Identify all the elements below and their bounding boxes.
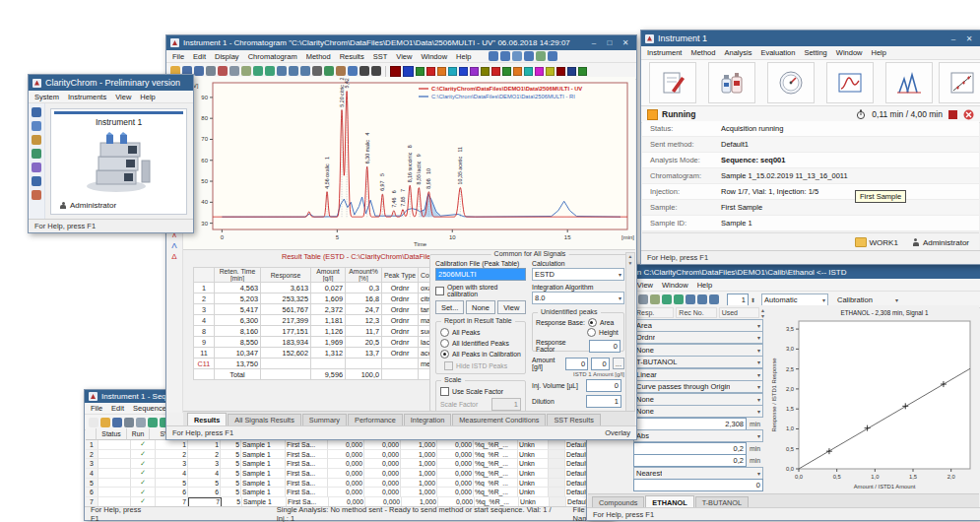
run-checkbox[interactable]: ✓ [131, 440, 156, 450]
zoom-out-icon[interactable] [697, 294, 707, 304]
sequence-row[interactable]: 3✓335Sample 1First Sa...0,0000,0001,0000… [86, 459, 611, 469]
area-radio[interactable] [588, 318, 597, 327]
instrument-titlebar[interactable]: Instrument 1 – ✕ [641, 31, 980, 46]
chromatogram-titlebar[interactable]: Instrument 1 - Chromatogram "C:\ClarityC… [166, 35, 636, 50]
use-scale-checkbox[interactable] [440, 387, 449, 396]
redo-icon[interactable] [265, 66, 275, 76]
signal-color-1[interactable] [390, 66, 401, 77]
istd-amount-input[interactable]: 0 [591, 358, 609, 370]
signal-color-11[interactable] [502, 67, 511, 76]
zoom-in-icon[interactable] [686, 294, 695, 304]
amount-input[interactable]: 0 [565, 358, 588, 370]
menu-method[interactable]: Method [306, 52, 331, 61]
signal-color-18[interactable] [578, 67, 587, 76]
menu-help[interactable]: Help [871, 48, 885, 57]
network-icon[interactable] [32, 163, 41, 172]
signal-color-15[interactable] [546, 67, 555, 76]
accessibility-icon[interactable] [348, 66, 358, 76]
savitzky-golay-icon[interactable]: Λ [167, 241, 181, 251]
help-icon[interactable] [32, 190, 41, 200]
signal-color-8[interactable] [470, 67, 479, 76]
moving-average-icon[interactable]: Δ [167, 252, 181, 262]
calibration-field-dropdown[interactable]: Abs▾ [633, 429, 763, 442]
minimize-button[interactable]: – [947, 33, 960, 44]
signal-color-2[interactable] [403, 66, 414, 77]
signal-color-9[interactable] [481, 67, 490, 76]
export-icon[interactable] [194, 66, 204, 76]
single-analysis-icon[interactable] [649, 62, 696, 103]
sst-icon[interactable] [536, 51, 546, 61]
menu-file[interactable]: File [91, 404, 102, 413]
paste-icon[interactable] [650, 294, 660, 304]
menu-evaluation[interactable]: Evaluation [760, 48, 795, 57]
calibration-field-dropdown[interactable]: T-BUTANOL▾ [633, 356, 763, 368]
copy-icon[interactable] [638, 294, 648, 304]
hplc-instrument-icon[interactable] [81, 131, 158, 194]
calibration-point-spinner[interactable]: 1 [727, 294, 749, 306]
menu-system[interactable]: System [34, 93, 59, 101]
menu-sst[interactable]: SST [373, 52, 388, 61]
menu-setting[interactable]: Setting [804, 48, 826, 57]
signal-color-17[interactable] [567, 67, 576, 76]
tab-summary[interactable]: Summary [302, 414, 347, 425]
calibration-field-dropdown[interactable]: None▾ [633, 344, 763, 357]
print-preview-icon[interactable] [136, 418, 146, 427]
calib-file-input[interactable]: 2506MULTI [435, 268, 526, 281]
menu-method[interactable]: Method [690, 48, 715, 57]
menu-help[interactable]: Help [697, 281, 712, 290]
view-button[interactable]: View [497, 300, 526, 314]
calibration-field-dropdown[interactable]: Nearest▾ [633, 467, 763, 480]
signal-color-6[interactable] [448, 67, 457, 76]
menu-help[interactable]: Help [456, 52, 471, 61]
devices-icon[interactable] [32, 149, 41, 159]
menu-window[interactable]: Window [836, 48, 863, 57]
calibration-field-dropdown[interactable]: None▾ [633, 393, 763, 406]
print-icon[interactable] [206, 66, 216, 76]
calibration-field-dropdown[interactable]: None▾ [633, 405, 763, 418]
run-checkbox[interactable]: ✓ [131, 479, 156, 489]
inj-volume-input[interactable]: 0 [586, 379, 621, 392]
close-button[interactable]: ✕ [962, 33, 976, 44]
run-checkbox[interactable]: ✓ [131, 450, 156, 460]
signal-color-4[interactable] [426, 67, 435, 76]
menu-results[interactable]: Results [340, 52, 364, 61]
chromatogram-plot[interactable]: 30405060708090051015[mV]VoltageTime[min]… [183, 77, 635, 249]
run-checkbox[interactable]: ✓ [131, 469, 156, 479]
instrument-panel[interactable]: Instrument 1 Administrator [50, 108, 187, 215]
menu-instrument[interactable]: Instrument [647, 48, 682, 57]
integration-dropdown[interactable]: 8.0▾ [532, 292, 624, 304]
menu-chromatogram[interactable]: Chromatogram [248, 52, 297, 61]
calibration-field-input[interactable]: 0,2 [633, 454, 747, 467]
report-radio-2[interactable] [440, 339, 449, 348]
print-icon[interactable] [124, 418, 134, 427]
undo-icon[interactable] [253, 66, 263, 76]
undo-icon[interactable] [148, 418, 158, 427]
calibration-field-input[interactable]: 0 [633, 479, 763, 491]
menu-view[interactable]: View [637, 281, 653, 290]
prev-chrom-icon[interactable] [359, 66, 369, 76]
tab-measurement-conditions[interactable]: Measurement Conditions [452, 414, 546, 425]
panel-scrollbar[interactable]: ▴▾ [625, 252, 635, 412]
tab-all-signals-results[interactable]: All Signals Results [228, 414, 300, 425]
tab-performance[interactable]: Performance [348, 414, 403, 425]
calibration-icon[interactable] [939, 62, 980, 103]
menu-window[interactable]: Window [662, 281, 688, 290]
menu-file[interactable]: File [172, 52, 184, 61]
sequence-row[interactable]: 6✓665Sample 1First Sa...0,0000,0001,0000… [86, 488, 611, 497]
axes-icon[interactable] [324, 66, 334, 76]
main-titlebar[interactable]: ClarityChrom - Preliminary version [29, 75, 193, 91]
calibration-field-input[interactable]: 0,2 [633, 442, 747, 455]
calculation-dropdown[interactable]: ESTD▾ [532, 268, 624, 281]
signal-color-3[interactable] [416, 67, 425, 76]
calibration-titlebar[interactable]: Calibration C:\ClarityChrom\DataFiles\DE… [587, 265, 980, 279]
config-icon[interactable] [32, 121, 41, 131]
next-chrom-icon[interactable] [371, 66, 381, 76]
paste-icon[interactable] [241, 66, 251, 76]
zoom-in-icon[interactable] [277, 66, 287, 76]
new-icon[interactable] [89, 418, 98, 427]
calibration-field-dropdown[interactable]: Area▾ [633, 319, 763, 332]
sequence-row[interactable]: 5✓555Sample 1First Sa...0,0000,0001,0000… [86, 479, 611, 489]
abort-button[interactable] [963, 109, 974, 120]
open-icon[interactable] [100, 418, 110, 427]
device-monitor-icon[interactable] [767, 62, 815, 103]
